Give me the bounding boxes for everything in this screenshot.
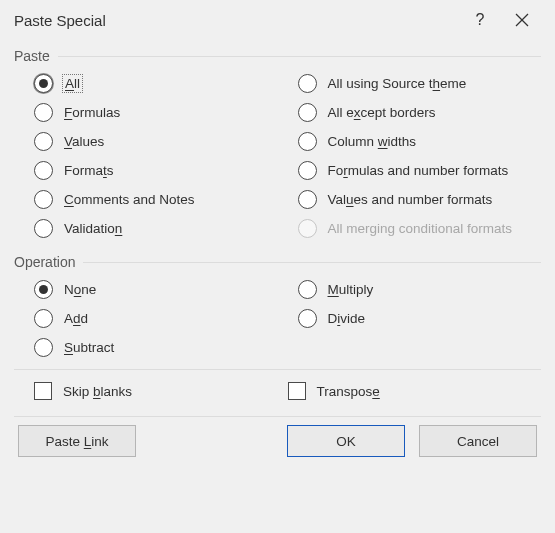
- cancel-button[interactable]: Cancel: [419, 425, 537, 457]
- radio-icon: [34, 161, 53, 180]
- radio-label: All except borders: [328, 105, 436, 120]
- radio-icon: [34, 309, 53, 328]
- paste-radio-column-widths[interactable]: Column widths: [298, 132, 542, 151]
- radio-icon: [298, 161, 317, 180]
- button-label: OK: [336, 434, 356, 449]
- radio-icon: [298, 132, 317, 151]
- operation-radio-multiply[interactable]: Multiply: [298, 280, 542, 299]
- button-label: Cancel: [457, 434, 499, 449]
- checkbox-transpose[interactable]: Transpose: [288, 382, 542, 400]
- checkbox-icon: [34, 382, 52, 400]
- radio-label: Formats: [64, 163, 114, 178]
- checkbox-icon: [288, 382, 306, 400]
- radio-label: Formulas: [64, 105, 120, 120]
- checkbox-label: Skip blanks: [63, 384, 132, 399]
- ok-button[interactable]: OK: [287, 425, 405, 457]
- dialog-content: Paste AllFormulasValuesFormatsComments a…: [0, 40, 555, 475]
- button-label: Paste Link: [45, 434, 108, 449]
- titlebar: Paste Special ?: [0, 0, 555, 40]
- help-icon: ?: [476, 11, 485, 29]
- close-icon: [515, 13, 529, 27]
- operation-radio-add[interactable]: Add: [34, 309, 278, 328]
- help-button[interactable]: ?: [459, 1, 501, 39]
- operation-group-label: Operation: [14, 254, 75, 270]
- paste-radio-formulas-and-number-formats[interactable]: Formulas and number formats: [298, 161, 542, 180]
- radio-icon: [298, 190, 317, 209]
- radio-label: Formulas and number formats: [328, 163, 509, 178]
- paste-radio-formulas[interactable]: Formulas: [34, 103, 278, 122]
- operation-radio-subtract[interactable]: Subtract: [34, 338, 278, 357]
- paste-radio-all-using-source-theme[interactable]: All using Source theme: [298, 74, 542, 93]
- operation-options: NoneAddSubtract MultiplyDivide: [14, 270, 541, 369]
- paste-radio-validation[interactable]: Validation: [34, 219, 278, 238]
- radio-label: Validation: [64, 221, 122, 236]
- radio-label: All merging conditional formats: [328, 221, 513, 236]
- radio-icon: [298, 74, 317, 93]
- radio-icon: [34, 338, 53, 357]
- paste-group-label: Paste: [14, 48, 50, 64]
- paste-radio-values[interactable]: Values: [34, 132, 278, 151]
- paste-link-button[interactable]: Paste Link: [18, 425, 136, 457]
- operation-radio-none[interactable]: None: [34, 280, 278, 299]
- radio-icon: [298, 309, 317, 328]
- radio-icon: [34, 74, 53, 93]
- divider: [83, 262, 541, 263]
- radio-icon: [34, 219, 53, 238]
- paste-options: AllFormulasValuesFormatsComments and Not…: [14, 64, 541, 250]
- paste-radio-all-except-borders[interactable]: All except borders: [298, 103, 542, 122]
- check-options: Skip blanks Transpose: [14, 370, 541, 416]
- divider: [58, 56, 541, 57]
- radio-icon: [298, 103, 317, 122]
- radio-label: Subtract: [64, 340, 114, 355]
- radio-icon: [34, 190, 53, 209]
- paste-radio-formats[interactable]: Formats: [34, 161, 278, 180]
- radio-label: Divide: [328, 311, 366, 326]
- radio-label: Values: [64, 134, 104, 149]
- radio-icon: [34, 280, 53, 299]
- radio-label: Column widths: [328, 134, 417, 149]
- operation-radio-divide[interactable]: Divide: [298, 309, 542, 328]
- paste-radio-comments-and-notes[interactable]: Comments and Notes: [34, 190, 278, 209]
- radio-label: Comments and Notes: [64, 192, 195, 207]
- radio-icon: [298, 280, 317, 299]
- radio-label: All using Source theme: [328, 76, 467, 91]
- dialog-title: Paste Special: [14, 12, 459, 29]
- button-row: Paste Link OK Cancel: [14, 417, 541, 461]
- radio-icon: [298, 219, 317, 238]
- radio-label: Add: [64, 311, 88, 326]
- radio-label: All: [64, 76, 81, 91]
- radio-label: None: [64, 282, 96, 297]
- radio-icon: [34, 103, 53, 122]
- paste-radio-all[interactable]: All: [34, 74, 278, 93]
- close-button[interactable]: [501, 1, 543, 39]
- radio-icon: [34, 132, 53, 151]
- paste-radio-all-merging-conditional-formats: All merging conditional formats: [298, 219, 542, 238]
- paste-radio-values-and-number-formats[interactable]: Values and number formats: [298, 190, 542, 209]
- checkbox-label: Transpose: [317, 384, 380, 399]
- radio-label: Multiply: [328, 282, 374, 297]
- checkbox-skip-blanks[interactable]: Skip blanks: [34, 382, 288, 400]
- radio-label: Values and number formats: [328, 192, 493, 207]
